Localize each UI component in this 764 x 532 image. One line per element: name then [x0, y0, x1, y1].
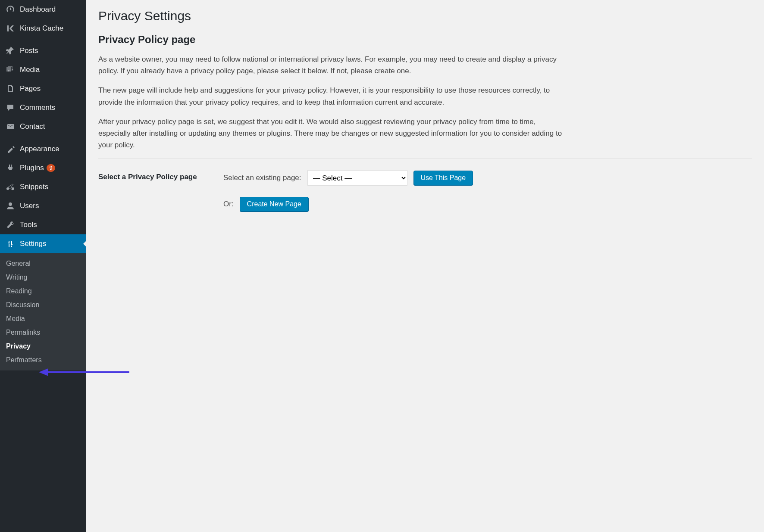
sidebar-item-label: Settings: [20, 240, 46, 248]
sidebar-item-plugins[interactable]: Plugins9: [0, 159, 86, 177]
submenu-item-privacy[interactable]: Privacy: [0, 339, 86, 353]
paragraph-3: After your privacy policy page is set, w…: [98, 116, 564, 151]
sidebar-item-label: Dashboard: [20, 5, 56, 14]
select-existing-label: Select an existing page:: [223, 174, 301, 182]
settings-submenu: GeneralWritingReadingDiscussionMediaPerm…: [0, 253, 86, 370]
sidebar-item-label: Tools: [20, 221, 37, 229]
update-badge: 9: [47, 164, 56, 172]
main-content: Privacy Settings Privacy Policy page As …: [86, 0, 764, 532]
settings-icon: [5, 239, 16, 249]
comments-icon: [5, 103, 16, 113]
sidebar-item-comments[interactable]: Comments: [0, 98, 86, 117]
media-icon: [5, 65, 16, 75]
sidebar-item-snippets[interactable]: Snippets: [0, 177, 86, 196]
sidebar-item-dashboard[interactable]: Dashboard: [0, 0, 86, 19]
section-heading: Privacy Policy page: [98, 34, 752, 46]
users-icon: [5, 201, 16, 211]
privacy-form: Select a Privacy Policy page Select an e…: [98, 170, 752, 223]
paragraph-1: As a website owner, you may need to foll…: [98, 53, 564, 77]
sidebar-item-label: Media: [20, 65, 40, 74]
sidebar-item-settings[interactable]: Settings: [0, 234, 86, 253]
create-new-page-button[interactable]: Create New Page: [240, 197, 309, 212]
sidebar-item-label: Snippets: [20, 183, 48, 191]
plugins-icon: [5, 163, 16, 173]
or-label: Or:: [223, 200, 234, 208]
sidebar-item-label: Kinsta Cache: [20, 24, 63, 33]
sidebar-item-label: Users: [20, 202, 39, 210]
use-this-page-button[interactable]: Use This Page: [413, 171, 473, 185]
form-row-label: Select a Privacy Policy page: [98, 170, 206, 223]
sidebar-item-media[interactable]: Media: [0, 60, 86, 79]
sidebar-item-label: Posts: [20, 47, 38, 55]
svg-point-3: [9, 202, 12, 206]
privacy-page-select[interactable]: — Select —: [307, 170, 407, 186]
page-title: Privacy Settings: [98, 9, 752, 23]
sidebar-item-label: Pages: [20, 84, 41, 93]
contact-icon: [5, 121, 16, 132]
sidebar-item-label: Appearance: [20, 145, 59, 153]
sidebar-item-label: Contact: [20, 122, 45, 131]
divider: [98, 159, 752, 159]
tools-icon: [5, 220, 16, 230]
pages-icon: [5, 84, 16, 94]
submenu-item-media[interactable]: Media: [0, 312, 86, 326]
kinsta-icon: [5, 23, 16, 34]
submenu-item-perfmatters[interactable]: Perfmatters: [0, 353, 86, 367]
svg-point-0: [8, 70, 9, 72]
submenu-item-general[interactable]: General: [0, 257, 86, 271]
sidebar-item-label: Comments: [20, 103, 55, 112]
sidebar-item-appearance[interactable]: Appearance: [0, 140, 86, 159]
paragraph-2: The new page will include help and sugge…: [98, 84, 564, 108]
sidebar-item-kinsta-cache[interactable]: Kinsta Cache: [0, 19, 86, 38]
submenu-item-writing[interactable]: Writing: [0, 271, 86, 284]
submenu-item-permalinks[interactable]: Permalinks: [0, 326, 86, 339]
sidebar-item-users[interactable]: Users: [0, 196, 86, 215]
snippets-icon: [5, 182, 16, 192]
sidebar-item-pages[interactable]: Pages: [0, 79, 86, 98]
dashboard-icon: [5, 4, 16, 15]
description-block: As a website owner, you may need to foll…: [98, 53, 752, 151]
submenu-item-discussion[interactable]: Discussion: [0, 298, 86, 312]
sidebar-item-label: Plugins: [20, 164, 44, 172]
admin-sidebar: DashboardKinsta CachePostsMediaPagesComm…: [0, 0, 86, 532]
pin-icon: [5, 46, 16, 56]
sidebar-item-posts[interactable]: Posts: [0, 41, 86, 60]
appearance-icon: [5, 144, 16, 154]
sidebar-item-contact[interactable]: Contact: [0, 117, 86, 136]
submenu-item-reading[interactable]: Reading: [0, 284, 86, 298]
sidebar-item-tools[interactable]: Tools: [0, 215, 86, 234]
